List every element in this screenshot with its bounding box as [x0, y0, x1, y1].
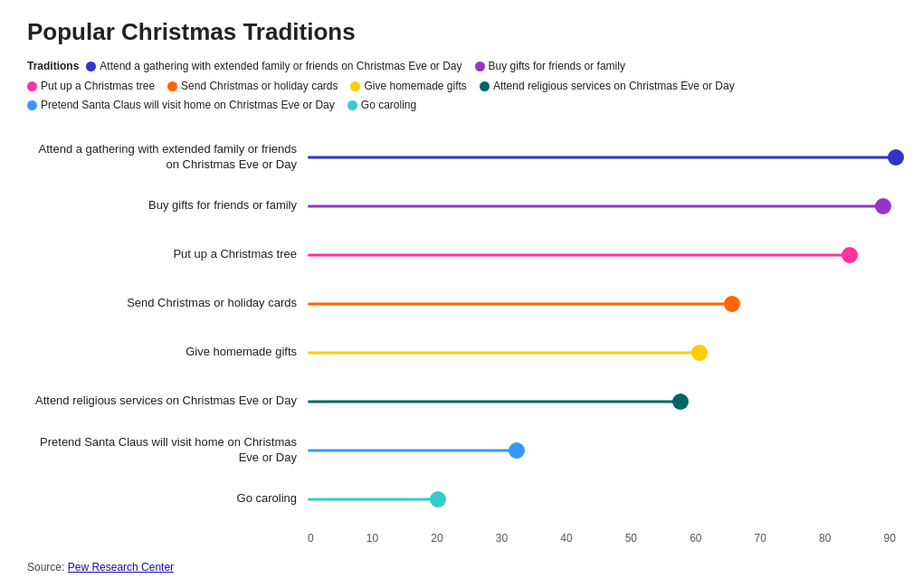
legend-item-gathering: Attend a gathering with extended family … [86, 57, 462, 77]
bar-dot-0 [888, 149, 904, 166]
bar-container-2 [308, 232, 896, 279]
bar-row-5: Attend religious services on Christmas E… [27, 378, 896, 425]
legend-label-homemade: Give homemade gifts [364, 77, 466, 97]
legend-dot-tree [27, 81, 37, 91]
bar-track-3 [308, 296, 896, 312]
legend-label-caroling: Go caroling [361, 96, 416, 116]
bar-row-4: Give homemade gifts [27, 329, 896, 376]
legend-dot-caroling [347, 100, 357, 110]
bar-container-0 [308, 134, 896, 181]
bar-label-5: Attend religious services on Christmas E… [27, 394, 308, 409]
legend-label-buygifts: Buy gifts for friends or family [489, 57, 625, 77]
source-link[interactable]: Pew Research Center [68, 561, 174, 574]
bar-label-3: Send Christmas or holiday cards [27, 296, 308, 311]
legend-label-tree: Put up a Christmas tree [41, 77, 155, 97]
bar-track-2 [308, 247, 896, 263]
legend-label-gathering: Attend a gathering with extended family … [100, 57, 462, 77]
bar-dot-2 [842, 247, 858, 263]
legend-item-buygifts: Buy gifts for friends or family [475, 57, 625, 77]
x-tick-8: 80 [819, 532, 831, 545]
bar-track-1 [308, 198, 896, 214]
legend: Traditions Attend a gathering with exten… [27, 57, 896, 116]
bar-dot-7 [430, 491, 446, 507]
x-tick-6: 60 [690, 532, 701, 545]
legend-item-caroling: Go caroling [347, 96, 416, 116]
x-tick-4: 40 [560, 532, 572, 545]
bar-row-7: Go caroling [27, 476, 896, 523]
legend-item-homemade: Give homemade gifts [350, 77, 466, 97]
x-tick-5: 50 [625, 532, 637, 545]
bar-container-1 [308, 183, 896, 230]
x-axis: 0102030405060708090 [308, 532, 896, 545]
bar-label-6: Pretend Santa Claus will visit home on C… [27, 435, 308, 466]
legend-label-cards: Send Christmas or holiday cards [181, 77, 338, 97]
bar-track-4 [308, 345, 896, 361]
legend-dot-homemade [350, 81, 360, 91]
bar-track-6 [308, 442, 896, 459]
legend-label-santaclaus: Pretend Santa Claus will visit home on C… [41, 96, 335, 116]
source: Source: Pew Research Center [27, 561, 896, 574]
chart-area: Attend a gathering with extended family … [27, 134, 896, 525]
bar-container-6 [308, 427, 896, 474]
legend-item-santaclaus: Pretend Santa Claus will visit home on C… [27, 96, 335, 116]
legend-dot-santaclaus [27, 100, 37, 110]
bar-line-5 [308, 400, 680, 403]
bar-row-3: Send Christmas or holiday cards [27, 280, 896, 327]
bar-label-4: Give homemade gifts [27, 345, 308, 360]
legend-dot-cards [167, 81, 177, 91]
bar-label-1: Buy gifts for friends or family [27, 198, 308, 213]
legend-dot-religious [480, 81, 490, 91]
bar-track-7 [308, 491, 896, 507]
bar-dot-5 [672, 394, 689, 410]
bar-label-7: Go caroling [27, 491, 308, 507]
x-tick-0: 0 [308, 532, 314, 545]
x-tick-1: 10 [366, 532, 378, 545]
x-tick-2: 20 [431, 532, 442, 545]
legend-label-religious: Attend religious services on Christmas E… [493, 77, 735, 97]
legend-heading: Traditions [27, 57, 79, 77]
bar-row-2: Put up a Christmas tree [27, 232, 896, 279]
x-tick-3: 30 [496, 532, 508, 545]
bar-line-0 [308, 156, 896, 158]
legend-item-tree: Put up a Christmas tree [27, 77, 155, 97]
bar-track-0 [308, 149, 896, 166]
bar-container-5 [308, 378, 896, 425]
bar-dot-3 [724, 296, 740, 312]
bar-row-1: Buy gifts for friends or family [27, 183, 896, 230]
x-tick-9: 90 [884, 532, 896, 545]
legend-dot-buygifts [475, 62, 485, 71]
bar-line-7 [308, 498, 438, 500]
bar-dot-6 [509, 442, 525, 459]
legend-item-cards: Send Christmas or holiday cards [167, 77, 338, 97]
legend-item-religious: Attend religious services on Christmas E… [480, 77, 735, 97]
bar-container-3 [308, 280, 896, 327]
bar-label-0: Attend a gathering with extended family … [27, 142, 308, 173]
bar-row-6: Pretend Santa Claus will visit home on C… [27, 427, 896, 474]
bar-container-7 [308, 476, 896, 523]
bar-line-3 [308, 302, 732, 305]
bar-line-2 [308, 253, 850, 256]
bar-line-6 [308, 449, 517, 451]
x-tick-7: 70 [755, 532, 766, 545]
bar-line-4 [308, 351, 699, 354]
bar-track-5 [308, 394, 896, 410]
bar-label-2: Put up a Christmas tree [27, 247, 308, 262]
bar-dot-4 [691, 345, 708, 361]
bar-row-0: Attend a gathering with extended family … [27, 134, 896, 181]
bar-container-4 [308, 329, 896, 376]
bar-line-1 [308, 204, 883, 207]
bar-dot-1 [875, 198, 891, 214]
chart-title: Popular Christmas Traditions [27, 18, 896, 46]
legend-dot-gathering [86, 62, 96, 71]
